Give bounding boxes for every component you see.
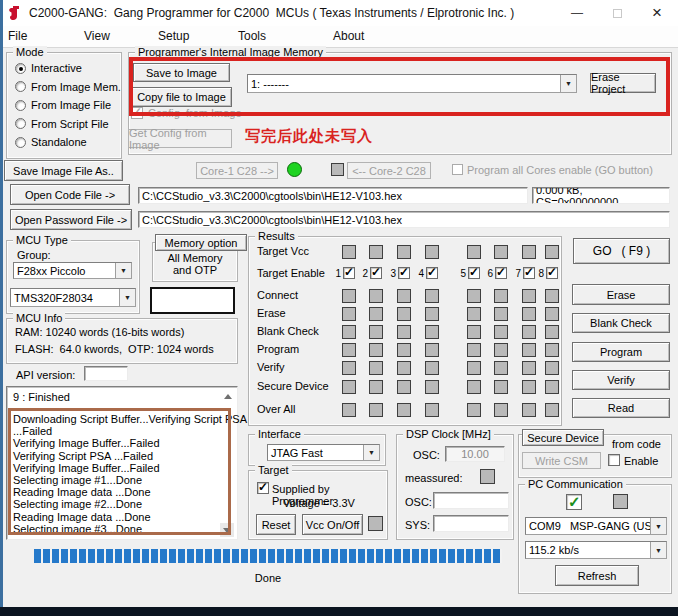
pc-comm-group: PC Communication COM9 MSP-GANG (USB) ▼ 1… <box>518 484 672 594</box>
mcu-device-select[interactable]: TMS320F28034 ▼ <box>10 288 136 307</box>
baud-rate-select[interactable]: 115.2 kb/s ▼ <box>525 541 667 559</box>
go-button[interactable]: GO ( F9 ) <box>573 238 670 264</box>
result-indicator <box>467 245 481 259</box>
program-button[interactable]: Program <box>572 342 670 362</box>
target-enable-checkbox-3[interactable] <box>398 267 410 279</box>
result-indicator <box>425 403 439 417</box>
app-window: C2000-GANG: Gang Programmer for C2000 MC… <box>0 0 678 616</box>
result-indicator <box>342 245 356 259</box>
target-number: 8 <box>535 268 544 279</box>
result-indicator <box>494 403 508 417</box>
result-indicator <box>522 403 536 417</box>
mode-radio-standalone[interactable]: Standalone <box>15 136 121 148</box>
get-config-from-image-button: Get Config from Image <box>128 129 232 148</box>
result-indicator <box>494 380 508 394</box>
progress-bar <box>34 549 502 563</box>
mcu-device-value: TMS320F28034 <box>14 292 93 304</box>
erase-project-button[interactable]: Erase Project <box>590 73 656 93</box>
radio-icon <box>15 63 26 74</box>
chevron-down-icon[interactable]: ▼ <box>650 542 666 558</box>
target-number: 4 <box>415 268 424 279</box>
mcu-group-select[interactable]: F28xx Piccolo ▼ <box>13 262 132 279</box>
voltage-label: Voltage = 3.3V <box>249 497 389 509</box>
config-from-image-checkbox <box>131 107 143 119</box>
enable-checkbox[interactable] <box>608 454 620 466</box>
minimize-button[interactable]: — <box>560 0 594 26</box>
copy-file-to-image-button[interactable]: Copy file to Image <box>131 87 232 107</box>
mcu-type-group-label: MCU Type <box>13 234 71 247</box>
mode-radio-from-image-file[interactable]: From Image File <box>15 99 121 111</box>
erase-button[interactable]: Erase <box>572 284 670 305</box>
result-indicator <box>342 361 356 375</box>
menu-about[interactable]: About <box>333 29 364 43</box>
write-csm-button: Write CSM <box>522 452 601 469</box>
result-row-label: Verify <box>257 361 285 373</box>
osc-label: OSC: <box>413 449 440 461</box>
maximize-button[interactable] <box>600 0 634 26</box>
interface-group: Interface JTAG Fast ▼ <box>248 434 386 466</box>
scroll-up-icon[interactable] <box>224 394 232 399</box>
supplied-by-programmer-checkbox[interactable] <box>257 482 269 494</box>
target-enable-checkbox-1[interactable] <box>343 267 355 279</box>
password-file-path: C:\CCStudio_v3.3\C2000\cgtools\bin\HE12-… <box>142 214 402 226</box>
result-indicator <box>369 289 383 303</box>
save-to-image-button[interactable]: Save to Image <box>133 63 230 82</box>
save-image-file-as-button[interactable]: Save Image File As.. <box>4 160 123 181</box>
interface-select[interactable]: JTAG Fast ▼ <box>267 444 380 461</box>
refresh-button[interactable]: Refresh <box>555 565 639 586</box>
chevron-down-icon[interactable]: ▼ <box>115 263 131 278</box>
core2-status-indicator <box>331 163 344 176</box>
chevron-down-icon[interactable]: ▼ <box>363 445 379 460</box>
status-listbox[interactable]: 9 : Finished Downloading Script Buffer..… <box>6 386 238 540</box>
image-slot-select[interactable]: 1: ------- ▼ <box>247 74 577 93</box>
result-row-label: Connect <box>257 289 298 301</box>
result-indicator <box>467 403 481 417</box>
target-enable-checkbox-4[interactable] <box>426 267 438 279</box>
menu-file[interactable]: File <box>8 29 27 43</box>
chevron-down-icon[interactable]: ▼ <box>650 518 666 534</box>
program-all-cores-label: Program all Cores enable (GO button) <box>467 164 653 176</box>
vcc-on-off-button[interactable]: Vcc On/Off <box>302 514 363 535</box>
memory-option-button[interactable]: Memory option <box>155 234 247 251</box>
close-button[interactable]: × <box>640 0 674 26</box>
log-line: Selecting image #1...Done <box>13 474 228 486</box>
result-row-label: Over All <box>257 403 296 415</box>
result-indicator <box>494 307 508 321</box>
menu-tools[interactable]: Tools <box>238 29 266 43</box>
chevron-down-icon[interactable]: ▼ <box>560 75 576 92</box>
window-left-edge <box>0 0 3 616</box>
result-indicator <box>397 307 411 321</box>
verify-button[interactable]: Verify <box>572 370 670 390</box>
mode-radio-from-image-mem[interactable]: From Image Mem. <box>15 81 121 93</box>
target-enable-checkbox-7[interactable] <box>523 267 535 279</box>
chevron-down-icon[interactable]: ▼ <box>119 289 135 306</box>
target-enable-checkbox-8[interactable] <box>546 267 558 279</box>
result-indicator <box>425 380 439 394</box>
result-indicator <box>467 380 481 394</box>
target-enable-checkbox-6[interactable] <box>495 267 507 279</box>
mcu-info-group-label: MCU Info <box>13 312 65 325</box>
open-code-file-button[interactable]: Open Code File -> <box>10 184 130 205</box>
target-enable-checkbox-2[interactable] <box>370 267 382 279</box>
code-file-path: C:\CCStudio_v3.3\C2000\cgtools\bin\HE12-… <box>142 190 402 202</box>
menu-view[interactable]: View <box>84 29 110 43</box>
interface-value: JTAG Fast <box>271 447 323 459</box>
reset-button[interactable]: Reset <box>256 514 296 535</box>
read-button[interactable]: Read <box>572 398 670 418</box>
target-enable-checkbox-5[interactable] <box>468 267 480 279</box>
osc-value: 10.00 <box>461 448 489 460</box>
result-indicator <box>545 361 559 375</box>
result-indicator <box>545 307 559 321</box>
menu-setup[interactable]: Setup <box>158 29 189 43</box>
blank-check-button[interactable]: Blank Check <box>572 313 670 333</box>
log-line: Selecting image #3...Done <box>13 523 228 535</box>
open-password-file-button[interactable]: Open Password File -> <box>10 209 132 230</box>
radio-icon <box>15 81 26 92</box>
secure-device-button[interactable]: Secure Device <box>522 429 604 446</box>
measured-indicator <box>480 469 495 484</box>
com-port-select[interactable]: COM9 MSP-GANG (USB) ▼ <box>525 517 667 535</box>
result-row-label: Program <box>257 343 299 355</box>
mode-radio-from-script-file[interactable]: From Script File <box>15 118 121 130</box>
mode-radio-interactive[interactable]: Interactive <box>15 62 121 74</box>
program-all-cores-checkbox <box>452 164 463 175</box>
